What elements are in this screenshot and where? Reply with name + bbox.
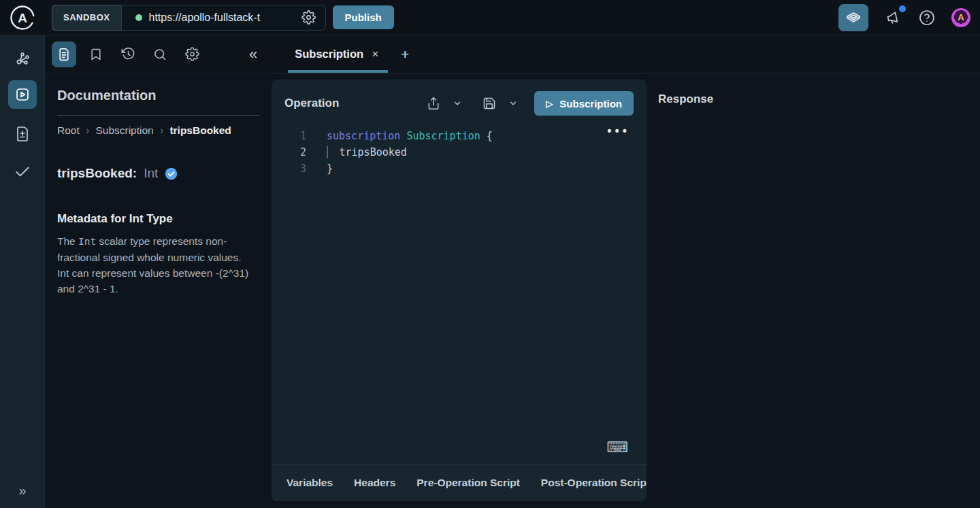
tab-post-operation-script[interactable]: Post-Operation Script bbox=[541, 477, 647, 489]
user-avatar[interactable]: A bbox=[951, 8, 970, 27]
breadcrumb: Root › Subscription › tripsBooked bbox=[57, 124, 272, 137]
metadata-inline-code: Int bbox=[78, 236, 96, 247]
active-tab-underline bbox=[288, 70, 388, 73]
history-clock-icon bbox=[121, 47, 135, 61]
sandbox-badge-label: SANDBOX bbox=[63, 12, 110, 22]
documentation-divider bbox=[57, 115, 259, 116]
saved-operations-button[interactable] bbox=[84, 41, 108, 67]
breadcrumb-current: tripsBooked bbox=[169, 124, 231, 137]
expand-rail-icon[interactable]: » bbox=[0, 483, 45, 498]
apollo-sandbox-app: A SANDBOX Publish bbox=[0, 0, 980, 508]
editor-more-menu-icon[interactable]: ••• bbox=[606, 123, 629, 139]
operation-header: Operation bbox=[284, 90, 634, 116]
apollo-logo[interactable]: A bbox=[0, 5, 45, 31]
checkmark-icon bbox=[14, 163, 31, 181]
left-rail: » bbox=[0, 35, 45, 508]
topbar-right-controls: A bbox=[838, 4, 980, 31]
tab-variables[interactable]: Variables bbox=[287, 477, 333, 489]
response-panel: Response bbox=[647, 73, 980, 508]
collapse-panel-icon[interactable]: « bbox=[249, 47, 257, 62]
checks-nav[interactable] bbox=[8, 158, 37, 186]
schema-diff-nav[interactable] bbox=[8, 120, 37, 148]
field-name: tripsBooked: bbox=[57, 166, 137, 181]
search-icon bbox=[153, 48, 167, 61]
line-number: 1 bbox=[272, 128, 306, 144]
share-menu-chevron-icon[interactable] bbox=[451, 97, 463, 109]
sandbox-badge[interactable]: SANDBOX bbox=[52, 5, 121, 31]
apollo-logo-icon: A bbox=[10, 5, 35, 31]
endpoint-group: SANDBOX bbox=[52, 5, 326, 31]
operation-panel: Operation bbox=[272, 80, 647, 501]
line-number: 3 bbox=[272, 160, 306, 177]
cube-3d-icon bbox=[845, 10, 862, 26]
document-plus-minus-icon bbox=[14, 126, 31, 142]
tab-headers[interactable]: Headers bbox=[354, 477, 395, 489]
operation-bottom-tabs: Variables Headers Pre-Operation Script P… bbox=[272, 464, 647, 501]
bookmark-icon bbox=[89, 48, 103, 61]
verified-badge-icon[interactable] bbox=[165, 167, 178, 180]
top-bar: A SANDBOX Publish bbox=[0, 0, 980, 35]
help-button[interactable] bbox=[917, 8, 936, 27]
save-menu-chevron-icon[interactable] bbox=[507, 97, 519, 109]
search-button[interactable] bbox=[148, 41, 172, 67]
chevron-right-icon: › bbox=[86, 124, 90, 137]
share-operation-button[interactable] bbox=[425, 95, 442, 112]
chevron-right-icon: › bbox=[160, 124, 164, 137]
schema-graph-nav[interactable] bbox=[8, 45, 37, 73]
documentation-tool-button[interactable] bbox=[52, 41, 76, 67]
documentation-title: Documentation bbox=[57, 88, 272, 103]
question-circle-icon bbox=[919, 10, 935, 26]
play-square-icon bbox=[14, 86, 31, 103]
code-line-2: 2 tripsBooked bbox=[272, 144, 647, 160]
breadcrumb-subscription[interactable]: Subscription bbox=[95, 124, 153, 137]
code-line-1: 1 subscription Subscription { bbox=[272, 128, 647, 144]
documentation-panel: Documentation Root › Subscription › trip… bbox=[45, 73, 272, 508]
announcements-button[interactable] bbox=[883, 8, 902, 27]
main-area: Documentation Root › Subscription › trip… bbox=[45, 73, 980, 508]
connection-status-dot bbox=[135, 14, 142, 21]
gear-icon bbox=[185, 47, 199, 61]
new-tab-button[interactable]: + bbox=[401, 46, 409, 63]
operation-title: Operation bbox=[284, 97, 339, 110]
tab-close-icon[interactable]: ✕ bbox=[372, 49, 379, 59]
run-subscription-button[interactable]: ▷ Subscription bbox=[534, 91, 634, 116]
endpoint-settings-gear-icon[interactable] bbox=[300, 9, 317, 26]
explorer-settings-button[interactable] bbox=[180, 41, 204, 67]
keyboard-shortcuts-icon[interactable]: ⌨ bbox=[606, 439, 628, 456]
share-icon bbox=[427, 97, 440, 110]
history-button[interactable] bbox=[116, 41, 140, 67]
graph-cube-button[interactable] bbox=[838, 4, 868, 31]
breadcrumb-root[interactable]: Root bbox=[57, 124, 80, 137]
code-text: } bbox=[327, 160, 333, 177]
notification-dot bbox=[899, 5, 906, 12]
save-icon bbox=[483, 97, 496, 110]
operation-tab[interactable]: Subscription ✕ bbox=[291, 35, 383, 73]
publish-button[interactable]: Publish bbox=[333, 5, 394, 29]
play-icon: ▷ bbox=[546, 99, 553, 109]
document-icon bbox=[57, 48, 71, 61]
explorer-nav[interactable] bbox=[8, 80, 37, 109]
save-operation-button[interactable] bbox=[481, 95, 497, 112]
field-signature: tripsBooked: Int bbox=[57, 166, 272, 181]
graph-network-icon bbox=[14, 51, 31, 67]
tab-pre-operation-script[interactable]: Pre-Operation Script bbox=[416, 477, 520, 489]
response-title: Response bbox=[658, 92, 980, 106]
operation-tab-label: Subscription bbox=[295, 48, 363, 61]
line-number: 2 bbox=[272, 144, 306, 160]
explorer-toolbar: « Subscription ✕ + bbox=[45, 35, 980, 73]
operation-editor[interactable]: 1 subscription Subscription { 2 tripsBoo… bbox=[272, 128, 647, 177]
endpoint-url-box bbox=[121, 5, 326, 31]
metadata-heading: Metadata for Int Type bbox=[57, 212, 272, 226]
code-line-3: 3 } bbox=[272, 160, 647, 177]
endpoint-url-input[interactable] bbox=[149, 12, 293, 24]
metadata-body: The Int scalar type represents non-fract… bbox=[57, 233, 253, 297]
svg-text:A: A bbox=[18, 10, 27, 24]
code-text: tripsBooked bbox=[327, 144, 407, 160]
indent-guide bbox=[327, 146, 328, 158]
run-button-label: Subscription bbox=[559, 98, 622, 109]
field-type-link[interactable]: Int bbox=[144, 166, 158, 181]
operation-actions: ▷ Subscription bbox=[425, 91, 634, 116]
metadata-body-pre: The bbox=[57, 235, 78, 247]
code-text: subscription Subscription { bbox=[327, 128, 493, 144]
